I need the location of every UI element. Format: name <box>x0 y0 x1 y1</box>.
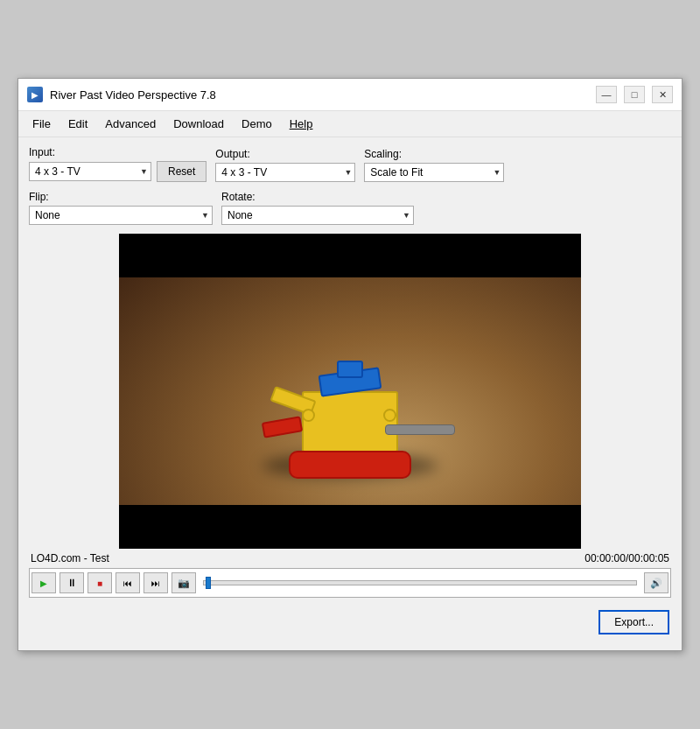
lego-body-main <box>302 391 398 452</box>
progress-thumb[interactable] <box>206 577 211 589</box>
menu-demo[interactable]: Demo <box>234 115 279 133</box>
snapshot-button[interactable]: 📷 <box>172 572 196 593</box>
input-select-wrapper: 4 x 3 - TV 16 x 9 - Widescreen Custom ▼ <box>29 162 151 181</box>
menu-bar: File Edit Advanced Download Demo Help <box>18 111 682 137</box>
status-left: LO4D.com - Test <box>31 552 109 564</box>
scaling-label: Scaling: <box>364 148 504 160</box>
reset-button[interactable]: Reset <box>157 161 206 182</box>
output-label: Output: <box>215 148 355 160</box>
lego-arm-lower <box>262 416 303 438</box>
video-preview <box>119 234 581 549</box>
output-select[interactable]: 4 x 3 - TV 16 x 9 - Widescreen Custom <box>215 163 355 182</box>
letterbox-bottom <box>119 505 581 531</box>
play-button[interactable]: ▶ <box>32 572 56 593</box>
next-button[interactable]: ⏭ <box>144 572 168 593</box>
menu-file[interactable]: File <box>25 115 58 133</box>
lego-connector-1 <box>302 409 315 422</box>
letterbox-top <box>119 251 581 277</box>
video-content <box>119 251 581 531</box>
app-icon: ▶ <box>27 87 43 102</box>
flip-select-wrapper: None Horizontal Vertical Both ▼ <box>29 206 213 225</box>
maximize-button[interactable]: □ <box>624 86 645 103</box>
output-select-wrapper: 4 x 3 - TV 16 x 9 - Widescreen Custom ▼ <box>215 163 355 182</box>
bottom-row: Export... <box>29 606 671 638</box>
main-content: Input: 4 x 3 - TV 16 x 9 - Widescreen Cu… <box>18 137 682 650</box>
close-button[interactable]: ✕ <box>652 86 673 103</box>
menu-advanced[interactable]: Advanced <box>98 115 163 133</box>
controls-row-2: Flip: None Horizontal Vertical Both ▼ Ro… <box>29 191 671 225</box>
window-controls: — □ ✕ <box>596 86 673 103</box>
scaling-group: Scaling: Scale to Fit Stretch Letterbox … <box>364 148 504 182</box>
status-bar: LO4D.com - Test 00:00:00/00:00:05 <box>29 549 671 568</box>
transport-bar: ▶ ⏸ ■ ⏮ ⏭ 📷 🔊 <box>29 568 671 598</box>
lego-track-main <box>289 451 411 479</box>
rotate-select-wrapper: None 90° Clockwise 90° Counter-Clockwise… <box>221 206 414 225</box>
volume-button[interactable]: 🔊 <box>644 572 668 593</box>
status-right: 00:00:00/00:00:05 <box>584 552 669 564</box>
title-bar: ▶ River Past Video Perspective 7.8 — □ ✕ <box>18 79 682 111</box>
flip-group: Flip: None Horizontal Vertical Both ▼ <box>29 191 213 225</box>
menu-help[interactable]: Help <box>283 115 320 133</box>
rotate-group: Rotate: None 90° Clockwise 90° Counter-C… <box>221 191 414 225</box>
output-group: Output: 4 x 3 - TV 16 x 9 - Widescreen C… <box>215 148 355 182</box>
scaling-select[interactable]: Scale to Fit Stretch Letterbox Pillarbox <box>364 163 504 182</box>
rotate-select[interactable]: None 90° Clockwise 90° Counter-Clockwise… <box>221 206 414 225</box>
flip-select[interactable]: None Horizontal Vertical Both <box>29 206 213 225</box>
flip-label: Flip: <box>29 191 213 203</box>
export-button[interactable]: Export... <box>598 610 669 634</box>
pause-button[interactable]: ⏸ <box>60 572 84 593</box>
prev-button[interactable]: ⏮ <box>116 572 140 593</box>
lego-rod <box>385 424 455 435</box>
scaling-select-wrapper: Scale to Fit Stretch Letterbox Pillarbox… <box>364 163 504 182</box>
progress-track[interactable] <box>203 580 637 585</box>
video-frame <box>119 251 581 531</box>
menu-edit[interactable]: Edit <box>61 115 94 133</box>
controls-row-1: Input: 4 x 3 - TV 16 x 9 - Widescreen Cu… <box>29 146 671 182</box>
lego-top-vertical <box>337 361 363 378</box>
minimize-button[interactable]: — <box>596 86 617 103</box>
rotate-label: Rotate: <box>221 191 414 203</box>
window-title: River Past Video Perspective 7.8 <box>50 88 216 102</box>
lego-connector-2 <box>383 409 396 422</box>
input-select[interactable]: 4 x 3 - TV 16 x 9 - Widescreen Custom <box>29 162 151 181</box>
stop-button[interactable]: ■ <box>88 572 112 593</box>
menu-download[interactable]: Download <box>166 115 231 133</box>
input-group: Input: 4 x 3 - TV 16 x 9 - Widescreen Cu… <box>29 146 206 182</box>
input-label: Input: <box>29 146 206 158</box>
